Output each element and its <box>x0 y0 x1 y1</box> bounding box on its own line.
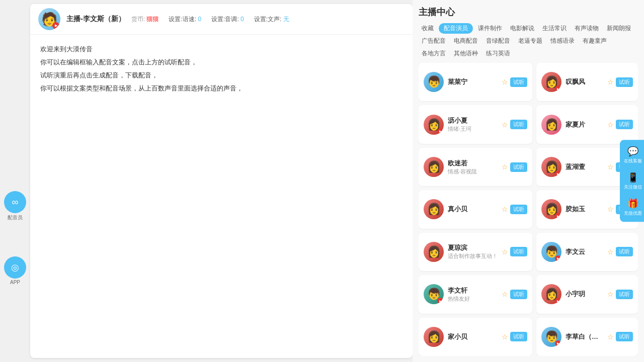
star-btn-0[interactable]: ☆ <box>502 78 508 86</box>
try-btn-3[interactable]: 试听 <box>616 120 633 129</box>
star-btn-8[interactable]: ☆ <box>502 248 508 256</box>
try-btn-11[interactable]: 试听 <box>616 290 633 299</box>
float-item-1[interactable]: 📱 关注微信 <box>624 172 642 190</box>
star-btn-7[interactable]: ☆ <box>607 205 614 213</box>
try-btn-12[interactable]: 试听 <box>510 332 527 341</box>
voice-card-8[interactable]: 👩 夏琼滨 适合制作故事互动！ ☆ 试听 <box>419 233 532 271</box>
star-btn-11[interactable]: ☆ <box>607 290 614 298</box>
try-btn-10[interactable]: 试听 <box>510 290 527 299</box>
app-label: APP <box>10 280 20 285</box>
star-btn-13[interactable]: ☆ <box>607 333 614 341</box>
category-tag-4[interactable]: 生活常识 <box>539 23 570 34</box>
voice-play-badge-2: ▶ <box>437 128 443 134</box>
host-name: 主播-李文斯（新） <box>66 15 125 24</box>
category-tag-2[interactable]: 课件制作 <box>475 23 505 34</box>
voice-play-badge-5: ▶ <box>555 170 561 176</box>
float-item-2[interactable]: 🎁 充值优惠 <box>624 198 642 216</box>
welcome-text: 欢迎来到大漠传音 你可以在编辑框输入配音文案，点击上方的试听配音， 试听演重后再… <box>40 43 403 95</box>
app-btn[interactable]: ◎ <box>4 256 26 279</box>
star-btn-12[interactable]: ☆ <box>502 333 508 341</box>
float-icon-2: 🎁 <box>627 198 638 209</box>
voice-avatar-10: 👦 ▶ <box>424 284 444 304</box>
category-tag-9[interactable]: 音绿配音 <box>483 36 513 46</box>
voice-play-badge-7: ▶ <box>555 213 561 219</box>
star-btn-3[interactable]: ☆ <box>607 121 614 129</box>
welcome-line2: 你可以在编辑框输入配音文案，点击上方的试听配音， <box>40 56 403 69</box>
category-tag-15[interactable]: 练习英语 <box>483 48 513 59</box>
category-tag-1[interactable]: 配音演员 <box>439 23 473 34</box>
voice-avatar-13: 👦 ▶ <box>541 327 561 347</box>
voice-info-6: 真小贝 <box>448 205 498 214</box>
try-btn-2[interactable]: 试听 <box>510 120 527 129</box>
main-panel: 🧑 ▶ 主播-李文斯（新） 货币: 猫猫 设置:语速: 0 设置:音调: 0 设… <box>30 4 413 358</box>
voice-name-11: 小宇玥 <box>566 290 603 299</box>
star-btn-10[interactable]: ☆ <box>502 290 508 298</box>
category-tag-12[interactable]: 有趣童声 <box>580 36 610 46</box>
voice-sub-2: 情绪·王珂 <box>448 125 498 133</box>
category-tag-13[interactable]: 各地方言 <box>419 48 449 59</box>
app-icon: ◎ <box>11 262 19 273</box>
category-tag-6[interactable]: 新闻朗报 <box>604 23 634 34</box>
text-area[interactable]: 欢迎来到大漠传音 你可以在编辑框输入配音文案，点击上方的试听配音， 试听演重后再… <box>30 35 413 358</box>
voice-card-2[interactable]: 👩 ▶ 沥小夏 情绪·王珂 ☆ 试听 <box>419 105 532 143</box>
try-btn-9[interactable]: 试听 <box>616 247 633 256</box>
setting-pitch: 设置:音调: 0 <box>211 15 244 24</box>
sidebar-item-dubbing[interactable]: ∞ 配音员 <box>4 191 26 221</box>
voice-card-1[interactable]: 👩 ▶ 叹飘风 ☆ 试听 <box>536 63 638 101</box>
voice-name-5: 蓝湖萱 <box>566 162 603 171</box>
category-tag-3[interactable]: 电影解说 <box>507 23 537 34</box>
voice-play-badge-9: ▶ <box>555 255 561 261</box>
try-btn-1[interactable]: 试听 <box>616 77 633 87</box>
voice-actions-11: ☆ 试听 <box>607 290 633 299</box>
star-btn-6[interactable]: ☆ <box>502 205 508 213</box>
category-tag-0[interactable]: 收藏 <box>419 23 437 34</box>
voice-actions-0: ☆ 试听 <box>502 77 527 87</box>
star-btn-2[interactable]: ☆ <box>502 121 508 129</box>
try-btn-4[interactable]: 试听 <box>510 162 527 172</box>
dubbing-btn[interactable]: ∞ <box>4 191 26 213</box>
try-btn-13[interactable]: 试听 <box>616 332 633 341</box>
try-btn-6[interactable]: 试听 <box>510 205 527 214</box>
star-btn-1[interactable]: ☆ <box>607 78 614 86</box>
voice-card-10[interactable]: 👦 ▶ 李文轩 热情友好 ☆ 试听 <box>419 275 532 313</box>
voice-actions-3: ☆ 试听 <box>607 120 633 129</box>
category-section: 收藏配音演员课件制作电影解说生活常识有声读物新闻朗报广告配音电商配音音绿配音老逼… <box>419 23 638 59</box>
float-panel: 💬 在线客服 📱 关注微信 🎁 充值优惠 <box>620 140 644 222</box>
voice-name-3: 家夏片 <box>566 120 603 129</box>
voice-play-badge-11: ▶ <box>555 298 561 304</box>
voice-actions-10: ☆ 试听 <box>502 290 527 299</box>
category-tag-8[interactable]: 电商配音 <box>451 36 481 46</box>
voice-info-1: 叹飘风 <box>566 77 603 86</box>
voice-avatar-8: 👩 <box>424 242 444 262</box>
voice-card-0[interactable]: 👦 菜菜宁 ☆ 试听 <box>419 63 532 101</box>
voice-actions-13: ☆ 试听 <box>607 332 633 341</box>
voice-name-4: 欧迷若 <box>448 159 498 168</box>
category-tag-11[interactable]: 情感语录 <box>547 36 578 46</box>
try-btn-0[interactable]: 试听 <box>510 77 527 87</box>
voice-card-4[interactable]: 👩 欧迷若 情感·容视阻 ☆ 试听 <box>419 148 532 186</box>
voice-card-11[interactable]: 👩 ▶ 小宇玥 ☆ 试听 <box>536 275 638 313</box>
voice-sub-10: 热情友好 <box>448 295 498 303</box>
voice-card-9[interactable]: 👦 ▶ 李文云 ☆ 试听 <box>536 233 638 271</box>
category-tag-10[interactable]: 老逼专题 <box>515 36 545 46</box>
voice-card-3[interactable]: 👩 家夏片 ☆ 试听 <box>536 105 638 143</box>
voice-info-5: 蓝湖萱 <box>566 162 603 171</box>
voice-info-7: 胶如玉 <box>566 205 603 214</box>
star-btn-5[interactable]: ☆ <box>607 163 614 171</box>
star-btn-9[interactable]: ☆ <box>607 248 614 256</box>
host-avatar[interactable]: 🧑 ▶ <box>38 8 60 30</box>
category-tag-5[interactable]: 有声读物 <box>572 23 602 34</box>
float-item-0[interactable]: 💬 在线客服 <box>624 146 642 164</box>
credit-label: 货币: 猫猫 <box>131 15 159 24</box>
voice-avatar-12: 👩 <box>424 327 444 347</box>
category-tag-7[interactable]: 广告配音 <box>419 36 449 46</box>
sidebar-item-app[interactable]: ◎ APP <box>4 256 26 285</box>
voice-card-13[interactable]: 👦 ▶ 李草白（… ☆ 试听 <box>536 318 638 356</box>
try-btn-8[interactable]: 试听 <box>510 247 527 256</box>
voice-card-6[interactable]: 👩 真小贝 ☆ 试听 <box>419 190 532 228</box>
star-btn-4[interactable]: ☆ <box>502 163 508 171</box>
voice-card-12[interactable]: 👩 家小贝 ☆ 试听 <box>419 318 532 356</box>
voice-actions-9: ☆ 试听 <box>607 247 633 256</box>
category-tag-14[interactable]: 其他语种 <box>451 48 481 59</box>
voice-name-13: 李草白（… <box>566 332 603 341</box>
